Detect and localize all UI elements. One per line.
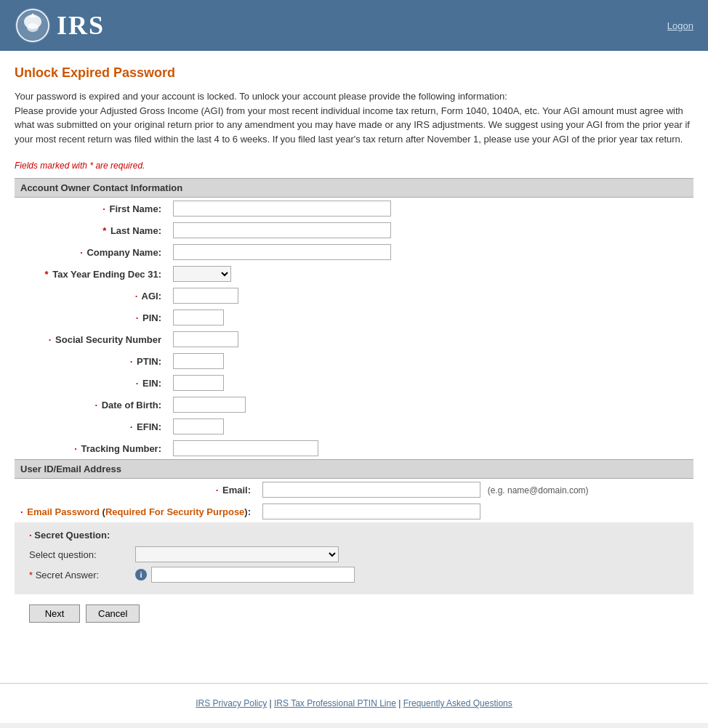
last-name-row: * Last Name: xyxy=(15,219,693,241)
ssn-input[interactable] xyxy=(173,331,238,347)
secret-answer-input[interactable] xyxy=(151,567,355,583)
email-label: · Email: xyxy=(15,479,257,501)
agi-input[interactable] xyxy=(173,288,238,304)
ein-input-cell xyxy=(167,372,693,394)
ptin-line-link[interactable]: IRS Tax Professional PTIN Line xyxy=(274,698,396,708)
irs-emblem-icon xyxy=(15,7,51,44)
company-name-label: · Company Name: xyxy=(15,241,167,263)
last-name-label: * Last Name: xyxy=(15,219,167,241)
first-name-input-cell xyxy=(167,198,693,219)
cancel-button[interactable]: Cancel xyxy=(86,604,140,623)
logon-link[interactable]: Logon xyxy=(667,20,693,31)
page-title: Unlock Expired Password xyxy=(15,65,693,81)
efin-label: · EFIN: xyxy=(15,416,167,437)
efin-row: · EFIN: xyxy=(15,416,693,437)
ssn-input-cell xyxy=(167,328,693,350)
email-hint: (e.g. name@domain.com) xyxy=(488,485,589,496)
first-name-input[interactable] xyxy=(173,201,391,217)
tracking-label: · Tracking Number: xyxy=(15,437,167,459)
account-owner-form: · First Name: * Last Name: · Company Nam… xyxy=(15,198,693,459)
efin-input-cell xyxy=(167,416,693,437)
ein-input[interactable] xyxy=(173,375,224,391)
company-name-input-cell xyxy=(167,241,693,263)
privacy-policy-link[interactable]: IRS Privacy Policy xyxy=(196,698,267,708)
tax-year-select[interactable]: 2023 2022 2021 2020 xyxy=(173,266,231,282)
dob-label: · Date of Birth: xyxy=(15,394,167,416)
agi-label: · AGI: xyxy=(15,285,167,307)
secret-answer-row: * Secret Answer: i xyxy=(29,567,679,583)
ptin-label: · PTIN: xyxy=(15,350,167,372)
dob-input[interactable] xyxy=(173,397,246,413)
email-password-input-cell xyxy=(257,501,693,522)
ssn-label: · Social Security Number xyxy=(15,328,167,350)
email-input[interactable] xyxy=(262,482,480,498)
ptin-input[interactable] xyxy=(173,353,224,369)
info-icon[interactable]: i xyxy=(135,569,147,581)
header: IRS Logon xyxy=(0,0,708,51)
tracking-input[interactable] xyxy=(173,440,318,456)
userid-section-header: User ID/Email Address xyxy=(15,459,693,479)
secret-question-select[interactable] xyxy=(135,546,339,562)
pin-input[interactable] xyxy=(173,310,224,325)
tracking-input-cell xyxy=(167,437,693,459)
footer: IRS Privacy Policy | IRS Tax Professiona… xyxy=(0,684,708,723)
secret-answer-label: * Secret Answer: xyxy=(29,570,131,581)
select-question-row: Select question: xyxy=(29,546,679,562)
tax-year-row: * Tax Year Ending Dec 31: 2023 2022 2021… xyxy=(15,263,693,285)
select-question-label: Select question: xyxy=(29,549,131,560)
last-name-input-cell xyxy=(167,219,693,241)
secret-section-title: · Secret Question: xyxy=(29,530,679,541)
agi-row: · AGI: xyxy=(15,285,693,307)
tracking-row: · Tracking Number: xyxy=(15,437,693,459)
pin-input-cell xyxy=(167,307,693,328)
email-password-input[interactable] xyxy=(262,503,480,519)
first-name-label: · First Name: xyxy=(15,198,167,219)
intro-text: Your password is expired and your accoun… xyxy=(15,89,693,146)
email-password-row: · Email Password (Required For Security … xyxy=(15,501,693,522)
company-name-row: · Company Name: xyxy=(15,241,693,263)
irs-logo-text: IRS xyxy=(57,10,105,41)
email-row: · Email: (e.g. name@domain.com) xyxy=(15,479,693,501)
main-content: Unlock Expired Password Your password is… xyxy=(0,51,708,683)
faq-link[interactable]: Frequently Asked Questions xyxy=(403,698,512,708)
next-button[interactable]: Next xyxy=(29,604,80,623)
last-name-input[interactable] xyxy=(173,222,391,238)
company-name-input[interactable] xyxy=(173,244,391,260)
ein-label: · EIN: xyxy=(15,372,167,394)
ssn-row: · Social Security Number xyxy=(15,328,693,350)
account-owner-section-header: Account Owner Contact Information xyxy=(15,178,693,198)
userid-form: · Email: (e.g. name@domain.com) · Email … xyxy=(15,479,693,522)
efin-input[interactable] xyxy=(173,418,224,434)
ein-row: · EIN: xyxy=(15,372,693,394)
ptin-row: · PTIN: xyxy=(15,350,693,372)
tax-year-input-cell: 2023 2022 2021 2020 xyxy=(167,263,693,285)
dob-input-cell xyxy=(167,394,693,416)
secret-question-section: · Secret Question: Select question: * Se… xyxy=(15,522,693,594)
button-row: Next Cancel xyxy=(15,594,693,633)
svg-point-3 xyxy=(27,23,39,32)
pin-row: · PIN: xyxy=(15,307,693,328)
email-password-label: · Email Password (Required For Security … xyxy=(15,501,257,522)
agi-input-cell xyxy=(167,285,693,307)
required-note: Fields marked with * are required. xyxy=(15,161,693,171)
header-logo: IRS xyxy=(15,7,105,44)
first-name-row: · First Name: xyxy=(15,198,693,219)
tax-year-label: * Tax Year Ending Dec 31: xyxy=(15,263,167,285)
dob-row: · Date of Birth: xyxy=(15,394,693,416)
ptin-input-cell xyxy=(167,350,693,372)
pin-label: · PIN: xyxy=(15,307,167,328)
email-input-cell: (e.g. name@domain.com) xyxy=(257,479,693,501)
